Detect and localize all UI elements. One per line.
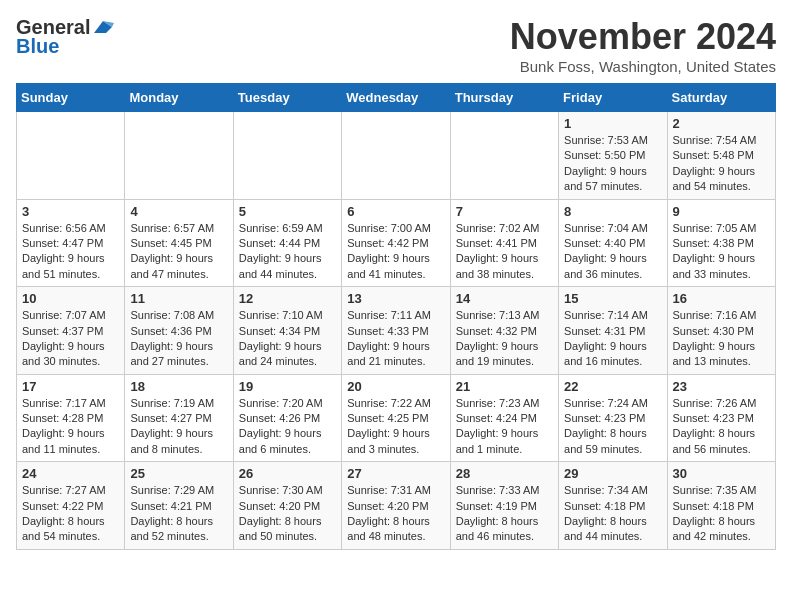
calendar-cell: 30Sunrise: 7:35 AM Sunset: 4:18 PM Dayli… [667,462,775,550]
day-info: Sunrise: 7:27 AM Sunset: 4:22 PM Dayligh… [22,483,119,545]
calendar-cell: 3Sunrise: 6:56 AM Sunset: 4:47 PM Daylig… [17,199,125,287]
day-number: 19 [239,379,336,394]
day-number: 9 [673,204,770,219]
day-number: 26 [239,466,336,481]
calendar-cell: 15Sunrise: 7:14 AM Sunset: 4:31 PM Dayli… [559,287,667,375]
calendar-cell: 7Sunrise: 7:02 AM Sunset: 4:41 PM Daylig… [450,199,558,287]
calendar-cell: 23Sunrise: 7:26 AM Sunset: 4:23 PM Dayli… [667,374,775,462]
calendar-cell: 28Sunrise: 7:33 AM Sunset: 4:19 PM Dayli… [450,462,558,550]
day-info: Sunrise: 6:59 AM Sunset: 4:44 PM Dayligh… [239,221,336,283]
day-number: 24 [22,466,119,481]
day-number: 1 [564,116,661,131]
calendar-cell: 5Sunrise: 6:59 AM Sunset: 4:44 PM Daylig… [233,199,341,287]
day-info: Sunrise: 7:07 AM Sunset: 4:37 PM Dayligh… [22,308,119,370]
day-info: Sunrise: 7:30 AM Sunset: 4:20 PM Dayligh… [239,483,336,545]
week-row-3: 10Sunrise: 7:07 AM Sunset: 4:37 PM Dayli… [17,287,776,375]
calendar-cell: 11Sunrise: 7:08 AM Sunset: 4:36 PM Dayli… [125,287,233,375]
day-info: Sunrise: 7:00 AM Sunset: 4:42 PM Dayligh… [347,221,444,283]
col-saturday: Saturday [667,84,775,112]
day-number: 27 [347,466,444,481]
calendar-cell: 9Sunrise: 7:05 AM Sunset: 4:38 PM Daylig… [667,199,775,287]
day-number: 22 [564,379,661,394]
calendar-cell: 12Sunrise: 7:10 AM Sunset: 4:34 PM Dayli… [233,287,341,375]
calendar-cell [233,112,341,200]
day-info: Sunrise: 7:22 AM Sunset: 4:25 PM Dayligh… [347,396,444,458]
day-info: Sunrise: 7:24 AM Sunset: 4:23 PM Dayligh… [564,396,661,458]
day-number: 23 [673,379,770,394]
calendar-cell [342,112,450,200]
day-number: 8 [564,204,661,219]
subtitle: Bunk Foss, Washington, United States [510,58,776,75]
day-info: Sunrise: 7:34 AM Sunset: 4:18 PM Dayligh… [564,483,661,545]
day-info: Sunrise: 7:31 AM Sunset: 4:20 PM Dayligh… [347,483,444,545]
logo-blue-text: Blue [16,35,59,58]
calendar-cell: 2Sunrise: 7:54 AM Sunset: 5:48 PM Daylig… [667,112,775,200]
day-number: 16 [673,291,770,306]
col-tuesday: Tuesday [233,84,341,112]
calendar-cell: 20Sunrise: 7:22 AM Sunset: 4:25 PM Dayli… [342,374,450,462]
day-info: Sunrise: 7:26 AM Sunset: 4:23 PM Dayligh… [673,396,770,458]
day-number: 17 [22,379,119,394]
calendar-cell: 21Sunrise: 7:23 AM Sunset: 4:24 PM Dayli… [450,374,558,462]
page-header: General Blue November 2024 Bunk Foss, Wa… [16,16,776,75]
col-thursday: Thursday [450,84,558,112]
day-info: Sunrise: 7:02 AM Sunset: 4:41 PM Dayligh… [456,221,553,283]
calendar-cell: 24Sunrise: 7:27 AM Sunset: 4:22 PM Dayli… [17,462,125,550]
day-info: Sunrise: 7:29 AM Sunset: 4:21 PM Dayligh… [130,483,227,545]
day-number: 10 [22,291,119,306]
calendar-cell: 8Sunrise: 7:04 AM Sunset: 4:40 PM Daylig… [559,199,667,287]
day-info: Sunrise: 7:10 AM Sunset: 4:34 PM Dayligh… [239,308,336,370]
week-row-2: 3Sunrise: 6:56 AM Sunset: 4:47 PM Daylig… [17,199,776,287]
calendar-cell: 13Sunrise: 7:11 AM Sunset: 4:33 PM Dayli… [342,287,450,375]
title-area: November 2024 Bunk Foss, Washington, Uni… [510,16,776,75]
calendar-cell: 10Sunrise: 7:07 AM Sunset: 4:37 PM Dayli… [17,287,125,375]
day-info: Sunrise: 7:20 AM Sunset: 4:26 PM Dayligh… [239,396,336,458]
calendar-cell: 16Sunrise: 7:16 AM Sunset: 4:30 PM Dayli… [667,287,775,375]
day-info: Sunrise: 7:33 AM Sunset: 4:19 PM Dayligh… [456,483,553,545]
day-info: Sunrise: 7:53 AM Sunset: 5:50 PM Dayligh… [564,133,661,195]
logo-icon [92,19,114,37]
calendar-cell: 25Sunrise: 7:29 AM Sunset: 4:21 PM Dayli… [125,462,233,550]
day-number: 3 [22,204,119,219]
day-info: Sunrise: 7:08 AM Sunset: 4:36 PM Dayligh… [130,308,227,370]
day-info: Sunrise: 7:19 AM Sunset: 4:27 PM Dayligh… [130,396,227,458]
calendar-cell: 27Sunrise: 7:31 AM Sunset: 4:20 PM Dayli… [342,462,450,550]
day-number: 6 [347,204,444,219]
day-info: Sunrise: 7:05 AM Sunset: 4:38 PM Dayligh… [673,221,770,283]
calendar-cell: 6Sunrise: 7:00 AM Sunset: 4:42 PM Daylig… [342,199,450,287]
week-row-1: 1Sunrise: 7:53 AM Sunset: 5:50 PM Daylig… [17,112,776,200]
day-number: 20 [347,379,444,394]
col-monday: Monday [125,84,233,112]
day-number: 7 [456,204,553,219]
col-sunday: Sunday [17,84,125,112]
day-number: 28 [456,466,553,481]
day-info: Sunrise: 7:14 AM Sunset: 4:31 PM Dayligh… [564,308,661,370]
calendar-cell: 19Sunrise: 7:20 AM Sunset: 4:26 PM Dayli… [233,374,341,462]
day-info: Sunrise: 7:04 AM Sunset: 4:40 PM Dayligh… [564,221,661,283]
calendar-cell: 18Sunrise: 7:19 AM Sunset: 4:27 PM Dayli… [125,374,233,462]
day-number: 21 [456,379,553,394]
day-number: 2 [673,116,770,131]
day-number: 4 [130,204,227,219]
calendar-table: Sunday Monday Tuesday Wednesday Thursday… [16,83,776,550]
calendar-cell: 29Sunrise: 7:34 AM Sunset: 4:18 PM Dayli… [559,462,667,550]
day-info: Sunrise: 7:11 AM Sunset: 4:33 PM Dayligh… [347,308,444,370]
calendar-cell: 1Sunrise: 7:53 AM Sunset: 5:50 PM Daylig… [559,112,667,200]
calendar-cell [17,112,125,200]
day-info: Sunrise: 7:35 AM Sunset: 4:18 PM Dayligh… [673,483,770,545]
day-number: 13 [347,291,444,306]
calendar-cell: 26Sunrise: 7:30 AM Sunset: 4:20 PM Dayli… [233,462,341,550]
day-number: 15 [564,291,661,306]
calendar-cell: 17Sunrise: 7:17 AM Sunset: 4:28 PM Dayli… [17,374,125,462]
logo: General Blue [16,16,114,58]
day-number: 12 [239,291,336,306]
calendar-cell: 4Sunrise: 6:57 AM Sunset: 4:45 PM Daylig… [125,199,233,287]
day-number: 29 [564,466,661,481]
day-number: 14 [456,291,553,306]
col-friday: Friday [559,84,667,112]
day-info: Sunrise: 7:16 AM Sunset: 4:30 PM Dayligh… [673,308,770,370]
week-row-4: 17Sunrise: 7:17 AM Sunset: 4:28 PM Dayli… [17,374,776,462]
day-info: Sunrise: 7:17 AM Sunset: 4:28 PM Dayligh… [22,396,119,458]
day-info: Sunrise: 7:54 AM Sunset: 5:48 PM Dayligh… [673,133,770,195]
day-info: Sunrise: 7:13 AM Sunset: 4:32 PM Dayligh… [456,308,553,370]
